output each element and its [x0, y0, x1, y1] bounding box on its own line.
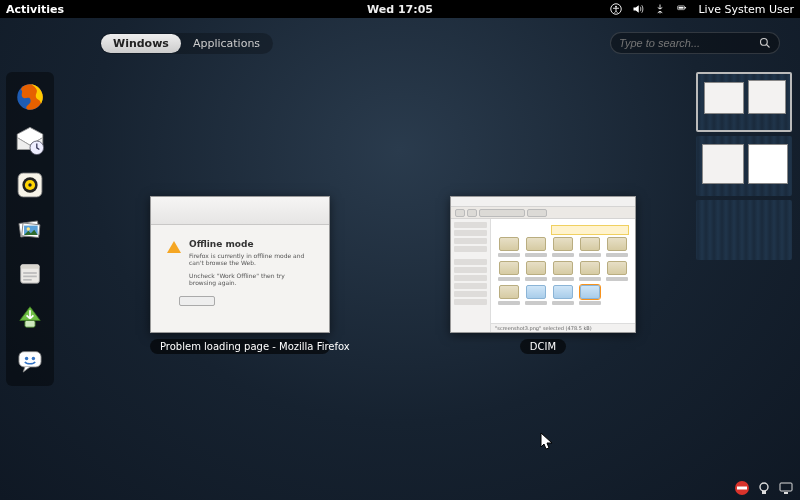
- window-thumb-firefox[interactable]: Offline mode Firefox is currently in off…: [150, 196, 330, 354]
- accessibility-icon[interactable]: [610, 3, 622, 15]
- files-sidebar: [451, 219, 491, 332]
- dash-app-firefox[interactable]: [11, 78, 49, 116]
- files-statusbar: "screenshot3.png" selected (478.5 kB): [491, 323, 635, 332]
- search-icon: [759, 37, 771, 49]
- svg-point-1: [616, 6, 618, 8]
- svg-rect-17: [21, 265, 40, 269]
- user-menu[interactable]: Live System User: [698, 3, 794, 16]
- image-item: [579, 285, 601, 305]
- path-segment: [479, 209, 525, 217]
- folder-item: [579, 237, 601, 257]
- tab-windows[interactable]: Windows: [101, 34, 181, 53]
- folder-item: [525, 261, 547, 281]
- svg-rect-22: [19, 352, 41, 367]
- svg-rect-21: [25, 320, 35, 327]
- search-input[interactable]: [619, 37, 759, 49]
- window-thumb-files[interactable]: "screenshot3.png" selected (478.5 kB) DC…: [450, 196, 636, 354]
- svg-rect-30: [784, 492, 788, 494]
- folder-item: [498, 237, 520, 257]
- offline-bullet: Uncheck "Work Offline" then try browsing…: [189, 272, 313, 286]
- folder-item: [579, 261, 601, 281]
- folder-item: [498, 285, 520, 305]
- window-caption: DCIM: [520, 339, 566, 354]
- volume-icon[interactable]: [632, 3, 644, 15]
- search-box[interactable]: [610, 32, 780, 54]
- photo-import-banner: [551, 225, 629, 235]
- svg-rect-3: [685, 7, 686, 8]
- dash-app-software-install[interactable]: [11, 298, 49, 336]
- folder-item: [606, 237, 628, 257]
- message-tray: [734, 480, 794, 496]
- try-again-button: [179, 296, 215, 306]
- image-item: [525, 285, 547, 305]
- svg-rect-20: [23, 279, 32, 281]
- folder-item: [606, 261, 628, 281]
- files-pathbar: [451, 207, 635, 219]
- svg-point-11: [28, 183, 31, 186]
- folder-item: [552, 261, 574, 281]
- dash-app-shotwell[interactable]: [11, 210, 49, 248]
- no-entry-icon[interactable]: [734, 480, 750, 496]
- svg-point-24: [32, 357, 35, 360]
- workspace-3[interactable]: [696, 200, 792, 260]
- folder-item: [552, 237, 574, 257]
- dash: [6, 72, 54, 386]
- top-bar: Activities Wed 17:05 Live System User: [0, 0, 800, 18]
- nav-fwd-button: [467, 209, 477, 217]
- dash-app-evolution[interactable]: [11, 122, 49, 160]
- offline-heading: Offline mode: [189, 239, 313, 249]
- svg-point-27: [760, 483, 768, 491]
- workspace-2[interactable]: [696, 136, 792, 196]
- dash-app-empathy[interactable]: [11, 342, 49, 380]
- window-caption: Problem loading page - Mozilla Firefox: [150, 339, 330, 354]
- svg-rect-18: [23, 272, 37, 274]
- svg-rect-28: [762, 491, 766, 494]
- workspace-switcher: [696, 72, 792, 260]
- dash-app-rhythmbox[interactable]: [11, 166, 49, 204]
- display-icon[interactable]: [778, 480, 794, 496]
- svg-point-5: [761, 39, 768, 46]
- image-item: [552, 285, 574, 305]
- svg-rect-26: [737, 487, 747, 490]
- firefox-toolbar: [151, 197, 329, 225]
- workspace-1[interactable]: [696, 72, 792, 132]
- offline-message: Firefox is currently in offline mode and…: [189, 252, 313, 266]
- view-selector: Windows Applications: [100, 33, 273, 54]
- svg-rect-4: [679, 7, 684, 9]
- svg-rect-19: [23, 276, 37, 278]
- warning-icon: [167, 241, 181, 253]
- activities-button[interactable]: Activities: [6, 3, 64, 16]
- dash-app-files[interactable]: [11, 254, 49, 292]
- nav-back-button: [455, 209, 465, 217]
- files-menubar: [451, 197, 635, 207]
- files-grid: [491, 219, 635, 323]
- folder-item: [498, 261, 520, 281]
- network-icon[interactable]: [654, 3, 666, 15]
- svg-rect-29: [780, 483, 792, 491]
- tab-applications[interactable]: Applications: [181, 34, 272, 53]
- battery-icon[interactable]: [676, 3, 688, 15]
- cursor-pointer-icon: [540, 432, 554, 452]
- path-segment: [527, 209, 547, 217]
- folder-item: [525, 237, 547, 257]
- svg-point-15: [27, 227, 30, 230]
- bulb-icon[interactable]: [756, 480, 772, 496]
- svg-point-23: [25, 357, 28, 360]
